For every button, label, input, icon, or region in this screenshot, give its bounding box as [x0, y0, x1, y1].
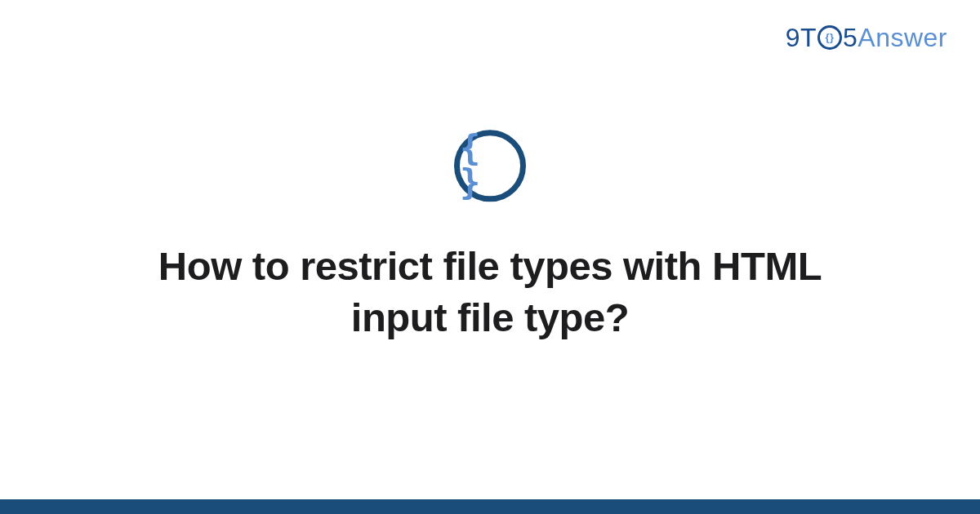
logo-circle-glyph: {}: [825, 32, 834, 42]
category-badge-icon: { }: [454, 130, 526, 202]
code-braces-icon: { }: [460, 131, 520, 200]
logo-circle-icon: {}: [817, 25, 842, 50]
footer-accent-bar: [0, 499, 980, 514]
logo-text-answer: Answer: [858, 23, 947, 53]
logo-text-9t: 9T: [786, 23, 817, 53]
question-title: How to restrict file types with HTML inp…: [122, 241, 858, 343]
logo-text-5: 5: [843, 23, 858, 53]
main-content: { } How to restrict file types with HTML…: [0, 130, 980, 343]
brand-logo: 9T {} 5 Answer: [786, 23, 947, 53]
